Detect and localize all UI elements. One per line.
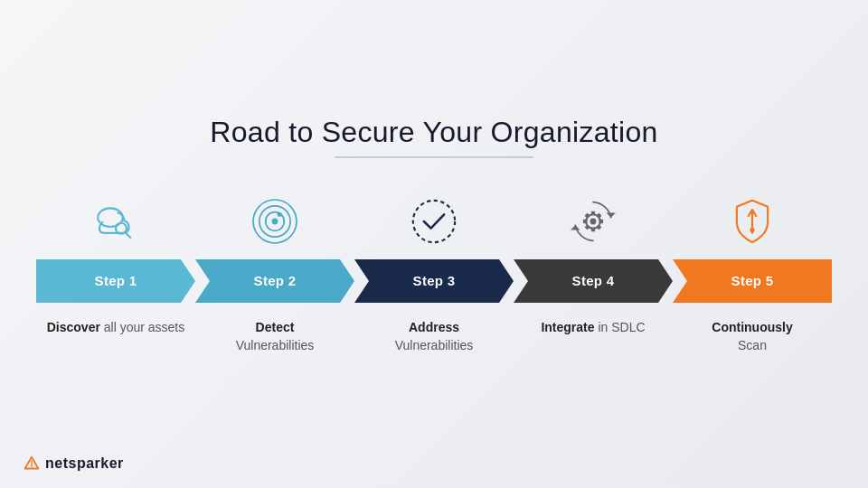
svg-rect-20 xyxy=(596,224,601,230)
step3-label-text: AddressVulnerabilities xyxy=(362,319,506,354)
svg-marker-10 xyxy=(571,225,580,230)
cloud-search-icon xyxy=(89,194,143,249)
step4-arrow[interactable]: Step 4 xyxy=(514,259,673,303)
slide-container: Road to Secure Your Organization xyxy=(0,0,868,488)
checkmark-circle-icon xyxy=(407,194,461,249)
netsparker-logo-icon xyxy=(22,454,42,474)
step1-bold: Discover xyxy=(47,320,100,334)
labels-row: Discover all your assets DetectVulnerabi… xyxy=(36,319,832,354)
gear-refresh-icon xyxy=(566,194,620,249)
step2-bold: Detect xyxy=(256,320,295,334)
svg-rect-19 xyxy=(585,224,590,230)
step4-label: Step 4 xyxy=(572,273,615,288)
svg-marker-9 xyxy=(607,212,616,217)
svg-line-2 xyxy=(125,232,130,238)
svg-point-7 xyxy=(278,212,282,217)
step4-icon-wrapper xyxy=(521,194,665,249)
step4-bold: Integrate xyxy=(541,320,594,334)
step5-bold: Continuously xyxy=(712,320,792,334)
arrows-row: Step 1 Step 2 Step 3 Step 4 Step 5 xyxy=(36,259,832,303)
svg-rect-14 xyxy=(591,228,595,231)
step3-arrow[interactable]: Step 3 xyxy=(354,259,514,303)
step5-normal: Scan xyxy=(738,338,767,352)
step1-arrow[interactable]: Step 1 xyxy=(36,259,195,303)
step3-bold: Address xyxy=(409,320,459,334)
svg-rect-13 xyxy=(591,211,595,215)
step2-arrow[interactable]: Step 2 xyxy=(195,259,354,303)
step4-normal: in SDLC xyxy=(595,320,646,334)
step1-icon-wrapper xyxy=(43,194,188,249)
svg-rect-17 xyxy=(585,212,590,218)
logo: netsparker xyxy=(22,454,124,474)
step3-normal: Vulnerabilities xyxy=(395,338,474,352)
step2-label-text: DetectVulnerabilities xyxy=(203,319,347,354)
step2-icon-wrapper xyxy=(203,194,347,249)
svg-point-12 xyxy=(590,218,597,224)
step5-icon-wrapper xyxy=(680,194,825,249)
svg-rect-18 xyxy=(596,212,601,218)
step3-label: Step 3 xyxy=(413,273,456,288)
icons-row xyxy=(36,194,832,249)
step1-normal: all your assets xyxy=(100,320,184,334)
shield-icon xyxy=(725,194,779,249)
step2-label: Step 2 xyxy=(254,273,297,288)
svg-point-6 xyxy=(272,218,278,224)
radar-icon xyxy=(248,194,302,249)
step2-normal: Vulnerabilities xyxy=(236,338,315,352)
svg-rect-16 xyxy=(599,220,603,223)
step4-label-text: Integrate in SDLC xyxy=(521,319,665,354)
logo-text: netsparker xyxy=(45,455,124,472)
step3-icon-wrapper xyxy=(362,194,506,249)
svg-point-8 xyxy=(413,201,455,242)
step5-label: Step 5 xyxy=(731,273,774,288)
step1-label-text: Discover all your assets xyxy=(43,319,188,354)
step1-label: Step 1 xyxy=(95,273,137,288)
steps-container: Step 1 Step 2 Step 3 Step 4 Step 5 Disco… xyxy=(36,194,832,354)
svg-point-21 xyxy=(750,228,754,232)
step5-arrow[interactable]: Step 5 xyxy=(673,259,832,303)
svg-rect-15 xyxy=(583,220,587,223)
page-title: Road to Secure Your Organization xyxy=(210,116,657,149)
title-divider xyxy=(335,156,533,158)
step5-label-text: ContinuouslyScan xyxy=(680,319,825,354)
